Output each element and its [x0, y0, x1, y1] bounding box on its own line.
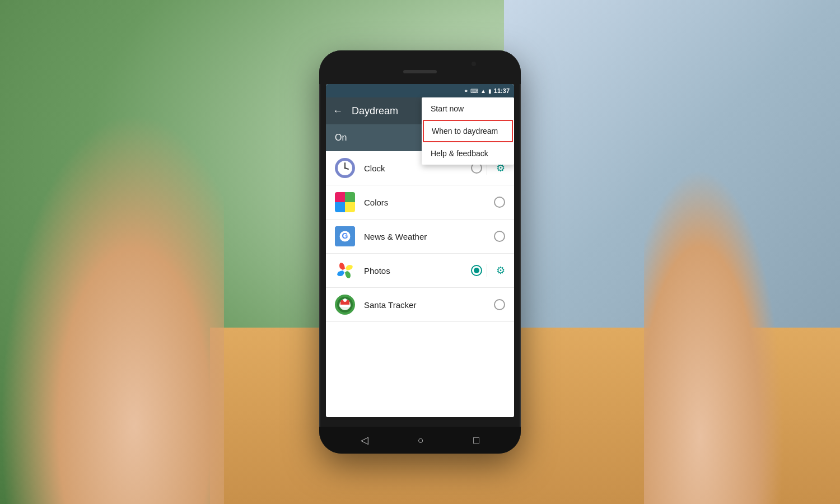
colors-radio[interactable]	[494, 197, 505, 208]
when-to-daydream-item[interactable]: When to daydream	[423, 120, 513, 142]
on-label: On	[335, 133, 347, 143]
phone-top-bezel	[319, 50, 521, 84]
photos-label: Photos	[364, 266, 471, 276]
news-app-icon: G	[335, 226, 355, 246]
svg-point-8	[343, 269, 347, 272]
colors-label: Colors	[364, 198, 494, 207]
battery-icon: ▮	[488, 88, 492, 94]
phone-body: ⚭ ⌨ ▲ ▮ 11:37 ← Daydream On	[319, 50, 521, 454]
list-item-colors[interactable]: Colors	[326, 185, 514, 220]
news-weather-label: News & Weather	[364, 232, 494, 241]
clock-label: Clock	[364, 164, 471, 173]
phone-camera	[472, 62, 476, 66]
list-item-photos[interactable]: Photos ⚙	[326, 254, 514, 288]
santa-tracker-label: Santa Tracker	[364, 300, 494, 310]
santa-radio[interactable]	[494, 299, 505, 310]
nav-recents-button[interactable]: □	[473, 435, 479, 446]
photos-app-icon	[335, 260, 355, 281]
list-item-santa-tracker[interactable]: Santa Tracker	[326, 288, 514, 322]
svg-rect-13	[339, 305, 351, 307]
santa-app-icon	[335, 295, 355, 315]
wifi-icon: ⌨	[470, 88, 478, 94]
photos-settings-icon[interactable]: ⚙	[496, 264, 505, 277]
status-time: 11:37	[494, 87, 510, 94]
start-now-item[interactable]: Start now	[422, 97, 514, 120]
svg-text:G: G	[342, 231, 348, 240]
status-bar: ⚭ ⌨ ▲ ▮ 11:37	[326, 84, 514, 97]
phone-screen: ⚭ ⌨ ▲ ▮ 11:37 ← Daydream On	[326, 84, 514, 417]
dropdown-menu: Start now When to daydream Help & feedba…	[422, 97, 514, 165]
list-item-news-weather[interactable]: G News & Weather	[326, 220, 514, 254]
nav-bar: ◁ ○ □	[319, 427, 521, 454]
bluetooth-icon: ⚭	[464, 88, 468, 94]
list-content: Clock ⚙ Colors	[326, 151, 514, 417]
phone-device: ⚭ ⌨ ▲ ▮ 11:37 ← Daydream On	[319, 50, 521, 454]
nav-back-button[interactable]: ◁	[361, 434, 368, 446]
svg-point-14	[343, 298, 347, 302]
back-button[interactable]: ←	[333, 105, 343, 117]
nav-home-button[interactable]: ○	[418, 435, 424, 446]
signal-icon: ▲	[480, 88, 486, 94]
photos-divider	[487, 264, 487, 277]
phone-speaker	[403, 70, 437, 73]
svg-point-4	[344, 167, 346, 169]
screen-content: ⚭ ⌨ ▲ ▮ 11:37 ← Daydream On	[326, 84, 514, 417]
news-radio[interactable]	[494, 231, 505, 242]
clock-app-icon	[335, 158, 355, 178]
colors-app-icon	[335, 192, 355, 212]
photos-radio[interactable]	[471, 265, 482, 276]
help-feedback-item[interactable]: Help & feedback	[422, 142, 514, 165]
